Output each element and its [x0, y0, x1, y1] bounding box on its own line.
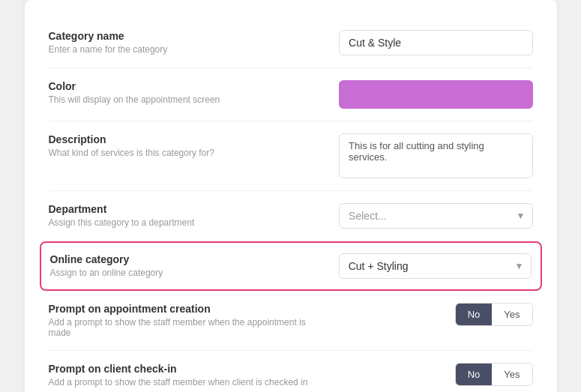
prompt-appointment-toggle: No Yes — [455, 303, 533, 326]
online-category-sublabel: Assign to an online category — [50, 268, 315, 278]
category-name-row: Category name Enter a name for the categ… — [49, 18, 533, 68]
department-row: Department Assign this category to a dep… — [49, 191, 533, 241]
color-row: Color This will display on the appointme… — [49, 68, 533, 121]
description-textarea[interactable]: This is for all cutting and styling serv… — [339, 133, 532, 178]
category-name-labels: Category name Enter a name for the categ… — [49, 30, 315, 55]
prompt-appointment-row: Prompt on appointment creation Add a pro… — [49, 291, 533, 351]
department-select[interactable]: Select... — [339, 203, 532, 229]
color-sublabel: This will display on the appointment scr… — [49, 94, 315, 105]
prompt-checkin-labels: Prompt on client check-in Add a prompt t… — [49, 363, 315, 388]
color-swatch-button[interactable] — [339, 80, 532, 109]
prompt-appointment-no-button[interactable]: No — [456, 304, 493, 325]
department-control: Select... ▼ — [339, 203, 532, 229]
description-control: This is for all cutting and styling serv… — [339, 133, 532, 178]
category-name-control — [339, 30, 532, 55]
prompt-appointment-control: No Yes — [339, 303, 532, 326]
online-category-label: Online category — [50, 253, 315, 265]
description-row: Description What kind of services is thi… — [49, 121, 533, 191]
department-labels: Department Assign this category to a dep… — [49, 203, 315, 228]
department-sublabel: Assign this category to a department — [49, 217, 315, 228]
prompt-checkin-control: No Yes — [339, 363, 532, 386]
department-select-wrapper: Select... ▼ — [339, 203, 532, 229]
color-label: Color — [49, 80, 315, 92]
description-label: Description — [49, 133, 315, 145]
prompt-checkin-toggle: No Yes — [455, 363, 533, 386]
prompt-appointment-labels: Prompt on appointment creation Add a pro… — [49, 303, 315, 338]
online-category-control: Cut + Styling ▼ — [339, 253, 532, 279]
online-category-select[interactable]: Cut + Styling — [339, 253, 532, 279]
color-control — [339, 80, 532, 109]
category-name-input[interactable] — [339, 30, 532, 55]
prompt-checkin-yes-button[interactable]: Yes — [492, 364, 532, 385]
prompt-appointment-label: Prompt on appointment creation — [49, 303, 315, 315]
category-name-label: Category name — [49, 30, 315, 42]
description-labels: Description What kind of services is thi… — [49, 133, 315, 158]
color-labels: Color This will display on the appointme… — [49, 80, 315, 105]
prompt-appointment-sublabel: Add a prompt to show the staff member wh… — [49, 317, 315, 338]
description-sublabel: What kind of services is this category f… — [49, 148, 315, 158]
form-card: Category name Enter a name for the categ… — [25, 0, 557, 392]
prompt-appointment-yes-button[interactable]: Yes — [492, 304, 532, 325]
prompt-checkin-no-button[interactable]: No — [456, 364, 493, 385]
prompt-checkin-sublabel: Add a prompt to show the staff member wh… — [49, 377, 315, 388]
online-category-select-wrapper: Cut + Styling ▼ — [339, 253, 532, 279]
online-category-row: Online category Assign to an online cate… — [40, 241, 542, 291]
prompt-checkin-row: Prompt on client check-in Add a prompt t… — [49, 351, 533, 392]
department-label: Department — [49, 203, 315, 215]
category-name-sublabel: Enter a name for the category — [49, 44, 315, 55]
online-category-labels: Online category Assign to an online cate… — [50, 253, 315, 278]
prompt-checkin-label: Prompt on client check-in — [49, 363, 315, 375]
